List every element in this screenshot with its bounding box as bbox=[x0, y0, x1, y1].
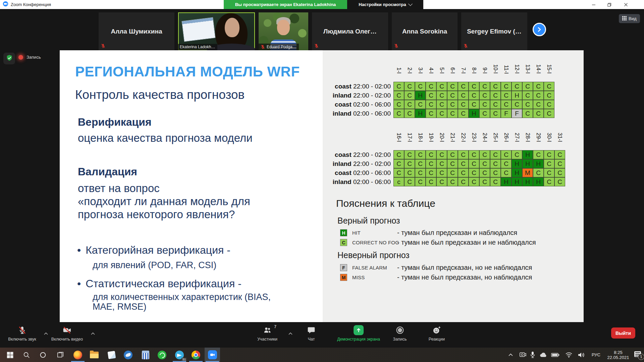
participant-tile[interactable]: Eduard Podga… bbox=[259, 12, 308, 50]
minimize-button[interactable] bbox=[586, 0, 601, 9]
view-settings-dropdown[interactable]: Настройки просмотра bbox=[347, 0, 423, 9]
recording-label: Запись bbox=[26, 55, 41, 60]
leave-meeting-button[interactable]: Выйти bbox=[611, 327, 635, 339]
participants-button[interactable]: 7 Участники bbox=[257, 325, 277, 342]
search-icon[interactable] bbox=[19, 348, 34, 362]
tray-clock[interactable]: 8:25 22.05.2021 bbox=[603, 348, 633, 362]
file-explorer-icon[interactable] bbox=[87, 348, 102, 362]
column-header: 2-I bbox=[404, 67, 415, 74]
forecast-cell: C bbox=[501, 159, 512, 168]
start-button[interactable] bbox=[2, 348, 18, 362]
forecast-cell: C bbox=[415, 100, 426, 109]
record-label: Запись bbox=[393, 337, 407, 342]
chat-label: Чат bbox=[308, 337, 315, 342]
row-site-label: inland bbox=[333, 160, 352, 167]
column-header-label: 27-I bbox=[514, 133, 520, 142]
column-header-label: 7-I bbox=[461, 67, 466, 74]
column-header-label: 19-I bbox=[428, 133, 434, 142]
participant-tile[interactable]: Алла Шумихина bbox=[99, 12, 174, 50]
thunderbird-icon[interactable] bbox=[120, 348, 136, 362]
security-shield-button[interactable] bbox=[3, 53, 15, 64]
task-view-icon[interactable] bbox=[53, 348, 68, 362]
zoom-meeting-window: Zoom Конференция Вы просматриваете экран… bbox=[0, 0, 644, 362]
participant-name-badge: Ekaterina Ladokh… bbox=[178, 44, 217, 50]
video-options-caret[interactable] bbox=[90, 330, 96, 337]
row-site-label: inland bbox=[333, 178, 352, 185]
column-header: 31-I bbox=[554, 133, 565, 142]
forecast-cell: C bbox=[512, 150, 522, 159]
forecast-cell: C bbox=[479, 109, 490, 118]
reactions-button[interactable]: Реакции bbox=[429, 325, 445, 342]
legend-title: Пояснения к таблице bbox=[336, 198, 435, 209]
telegram-icon[interactable]: 51 bbox=[172, 348, 187, 362]
forecast-cell: C bbox=[469, 150, 479, 159]
share-screen-button[interactable]: Демонстрация экрана bbox=[337, 325, 380, 342]
column-header-label: 13-I bbox=[525, 64, 530, 74]
view-button[interactable]: Вид bbox=[619, 14, 640, 23]
maximize-button[interactable] bbox=[602, 0, 617, 9]
table-header-row: 16-I17-I18-I19-I20-I21-I22-I23-I24-I25-I… bbox=[331, 125, 565, 142]
forecast-cell: C bbox=[544, 150, 554, 159]
table-row: coast 22:00 - 02:00CCCCCCCCCCCCHCCC bbox=[331, 150, 565, 159]
row-label: coast 22:00 - 02:00 bbox=[331, 150, 393, 159]
column-header-label: 12-I bbox=[514, 64, 520, 74]
validation-line: прогноза некоторого явления? bbox=[78, 208, 250, 221]
participant-tile[interactable]: Ekaterina Ladokh… bbox=[178, 12, 255, 50]
close-button[interactable] bbox=[618, 0, 634, 9]
whatsapp-icon[interactable] bbox=[154, 348, 170, 362]
forecast-cell: C bbox=[554, 168, 565, 177]
participant-tile[interactable]: Людмила Олег… bbox=[312, 12, 388, 50]
column-header-label: 14-I bbox=[536, 64, 541, 74]
legend-correct-header: Верный прогноз bbox=[337, 216, 400, 226]
chrome-icon[interactable] bbox=[188, 348, 204, 362]
tray-wifi-icon[interactable] bbox=[564, 348, 574, 362]
tray-volume-icon[interactable] bbox=[576, 348, 587, 362]
start-video-button[interactable]: Включить видео bbox=[51, 325, 83, 342]
column-header-label: 30-I bbox=[546, 133, 552, 142]
legend-incorrect-header: Неверный прогноз bbox=[337, 250, 410, 260]
audio-options-caret[interactable] bbox=[43, 330, 49, 337]
column-header-label: 18-I bbox=[418, 133, 423, 142]
legend-row: HHIT- туман был предсказан и наблюдался bbox=[340, 228, 580, 238]
forecast-cell: C bbox=[490, 159, 501, 168]
record-button[interactable]: Запись bbox=[393, 325, 407, 342]
next-participants-button[interactable] bbox=[533, 23, 546, 36]
unmute-audio-label: Включить звук bbox=[8, 337, 36, 342]
forecast-cell: C bbox=[415, 177, 426, 186]
tray-date: 22.05.2021 bbox=[607, 355, 629, 360]
grid-view-icon bbox=[622, 16, 627, 21]
chat-button[interactable]: Чат bbox=[307, 325, 316, 342]
notification-center-icon[interactable]: 1 bbox=[633, 348, 644, 362]
muted-mic-icon bbox=[463, 43, 468, 48]
forecast-cell: C bbox=[544, 82, 554, 91]
tray-microphone-icon[interactable] bbox=[528, 348, 538, 362]
calculator-icon[interactable] bbox=[138, 348, 153, 362]
slide-title: РЕГИОНАЛЬНАЯ МОДЕЛЬ WRF bbox=[75, 64, 300, 80]
forecast-cell: C bbox=[436, 82, 447, 91]
tray-battery-icon[interactable] bbox=[549, 348, 561, 362]
participants-options-caret[interactable] bbox=[287, 330, 293, 337]
table-row: coast 02:00 - 06:00CCCCCCCCCCCHMCCC bbox=[331, 168, 565, 177]
tray-expand-caret[interactable] bbox=[505, 348, 516, 362]
column-header-label: 4-I bbox=[428, 67, 434, 74]
zoom-taskbar-icon[interactable] bbox=[205, 348, 220, 362]
firefox-icon[interactable] bbox=[70, 348, 86, 362]
recording-indicator: Запись bbox=[18, 55, 41, 60]
cortana-icon[interactable] bbox=[35, 348, 51, 362]
tray-screen-record-icon[interactable] bbox=[517, 348, 528, 362]
forecast-cell: C bbox=[544, 159, 554, 168]
tray-onedrive-icon[interactable] bbox=[538, 348, 549, 362]
unmute-audio-button[interactable]: Включить звук bbox=[8, 325, 36, 342]
forecast-cell: C bbox=[404, 168, 415, 177]
tray-language-indicator[interactable]: РУС bbox=[589, 348, 603, 362]
forecast-cell: C bbox=[447, 109, 458, 118]
participant-tile[interactable]: Anna Sorokina bbox=[392, 12, 458, 50]
participant-name: Ekaterina Ladokh… bbox=[180, 45, 215, 49]
notes-app-icon[interactable] bbox=[104, 348, 119, 362]
forecast-cell: C bbox=[533, 109, 544, 118]
chevron-down-icon bbox=[408, 2, 413, 6]
muted-mic-icon bbox=[17, 325, 27, 335]
forecast-cell: C bbox=[554, 159, 565, 168]
forecast-cell: H bbox=[533, 177, 544, 186]
participant-tile[interactable]: Sergey Efimov (… bbox=[461, 12, 527, 50]
